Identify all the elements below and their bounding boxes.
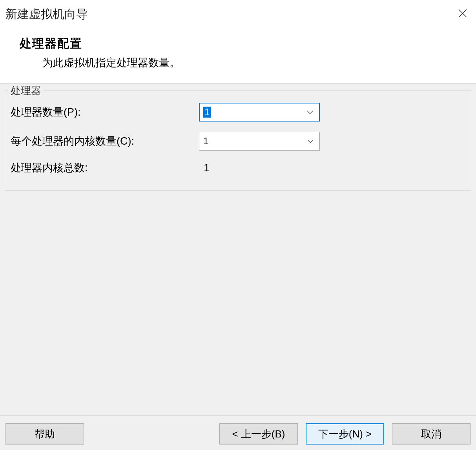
chevron-down-icon: [306, 110, 314, 114]
total-cores-value: 1: [199, 162, 210, 174]
processor-count-label: 处理器数量(P):: [11, 105, 199, 119]
processor-count-select[interactable]: 1: [199, 103, 320, 122]
close-icon: [458, 8, 468, 21]
wizard-footer: 帮助 < 上一步(B) 下一步(N) > 取消: [0, 415, 476, 450]
cores-per-processor-value: 1: [203, 136, 319, 147]
groupbox-legend: 处理器: [8, 84, 44, 98]
page-description: 为此虚拟机指定处理器数量。: [42, 56, 456, 70]
processor-count-row: 处理器数量(P): 1: [11, 103, 465, 122]
processor-groupbox: 处理器 处理器数量(P): 1 每个处理器的内核数量(C): 1: [5, 91, 471, 191]
window-title: 新建虚拟机向导: [5, 6, 88, 22]
next-button[interactable]: 下一步(N) >: [306, 423, 384, 445]
wizard-header: 处理器配置 为此虚拟机指定处理器数量。: [0, 29, 476, 83]
titlebar: 新建虚拟机向导: [0, 0, 476, 29]
page-title: 处理器配置: [20, 36, 456, 52]
close-button[interactable]: [456, 8, 469, 21]
cores-per-processor-label: 每个处理器的内核数量(C):: [11, 134, 199, 148]
total-cores-label: 处理器内核总数:: [11, 161, 199, 175]
main-content: 处理器 处理器数量(P): 1 每个处理器的内核数量(C): 1: [0, 83, 476, 415]
chevron-down-icon: [307, 139, 314, 143]
cancel-button[interactable]: 取消: [392, 423, 471, 445]
help-button[interactable]: 帮助: [5, 423, 84, 445]
processor-count-value: 1: [203, 107, 211, 118]
cores-per-processor-row: 每个处理器的内核数量(C): 1: [11, 132, 465, 151]
nav-button-group: < 上一步(B) 下一步(N) > 取消: [219, 423, 471, 445]
total-cores-row: 处理器内核总数: 1: [11, 161, 465, 175]
back-button[interactable]: < 上一步(B): [219, 423, 298, 445]
cores-per-processor-select[interactable]: 1: [199, 132, 320, 151]
